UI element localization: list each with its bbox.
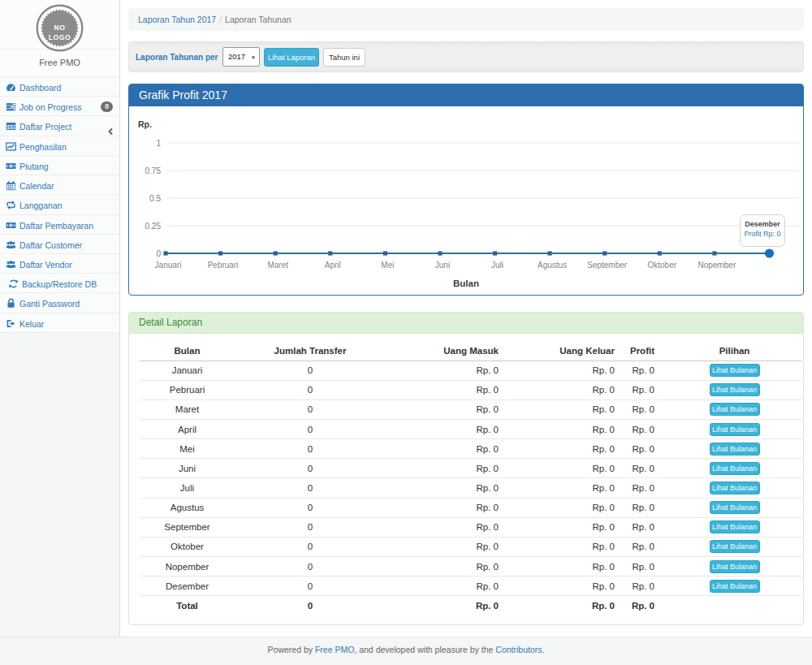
svg-text:0: 0: [156, 249, 161, 258]
svg-text:Pebruari: Pebruari: [208, 261, 239, 270]
svg-text:0.5: 0.5: [149, 194, 161, 203]
svg-text:Januari: Januari: [155, 261, 182, 270]
svg-text:September: September: [587, 261, 628, 270]
svg-text:Agustus: Agustus: [538, 261, 567, 270]
svg-text:Nopember: Nopember: [698, 261, 736, 270]
svg-text:Juni: Juni: [435, 261, 450, 270]
svg-text:Mei: Mei: [381, 261, 394, 270]
svg-text:LOGO: LOGO: [49, 33, 71, 41]
svg-text:NO: NO: [54, 24, 66, 32]
svg-text:0.75: 0.75: [145, 166, 162, 175]
svg-text:1: 1: [156, 139, 161, 148]
svg-text:Oktober: Oktober: [648, 261, 677, 270]
svg-text:0.25: 0.25: [145, 222, 162, 231]
svg-text:Maret: Maret: [267, 261, 288, 270]
svg-text:Rp.: Rp.: [138, 119, 152, 129]
svg-text:April: April: [325, 261, 341, 270]
svg-text:Juli: Juli: [491, 261, 503, 270]
svg-text:Bulan: Bulan: [453, 279, 479, 288]
